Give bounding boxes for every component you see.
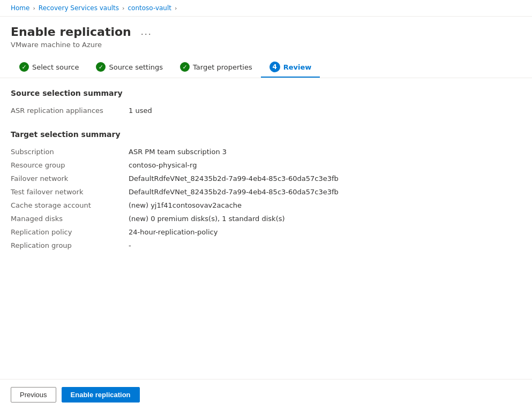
- row-value: -: [129, 239, 521, 252]
- row-value: contoso-physical-rg: [129, 158, 521, 172]
- table-row: Cache storage account(new) yj1f41contoso…: [11, 199, 521, 212]
- row-value: DefaultRdfeVNet_82435b2d-7a99-4eb4-85c3-…: [129, 172, 521, 185]
- breadcrumb-sep-1: ›: [33, 5, 35, 12]
- step-target-properties[interactable]: ✓ Target properties: [171, 58, 261, 77]
- page-title: Enable replication: [11, 25, 131, 39]
- source-summary-title: Source selection summary: [11, 89, 521, 97]
- previous-button[interactable]: Previous: [11, 387, 56, 403]
- step-check-2: ✓: [96, 62, 106, 72]
- table-row: Replication group-: [11, 239, 521, 252]
- row-label: Failover network: [11, 172, 129, 185]
- table-row: Replication policy24-hour-replication-po…: [11, 225, 521, 239]
- table-row: Resource groupcontoso-physical-rg: [11, 158, 521, 172]
- breadcrumb-vault[interactable]: contoso-vault: [128, 4, 171, 12]
- row-label: Replication group: [11, 239, 129, 252]
- step-source-settings[interactable]: ✓ Source settings: [87, 58, 171, 77]
- row-label: Test failover network: [11, 185, 129, 199]
- page-header: Enable replication ... VMware machine to…: [0, 17, 532, 49]
- breadcrumb-vaults[interactable]: Recovery Services vaults: [39, 4, 119, 12]
- step-num-4: 4: [269, 62, 280, 72]
- target-summary-table: SubscriptionASR PM team subscription 3Re…: [11, 145, 521, 252]
- row-label: Cache storage account: [11, 199, 129, 212]
- target-summary-title: Target selection summary: [11, 130, 521, 139]
- wizard-steps: ✓ Select source ✓ Source settings ✓ Targ…: [0, 49, 532, 78]
- row-value: 24-hour-replication-policy: [129, 225, 521, 239]
- breadcrumb: Home › Recovery Services vaults › contos…: [0, 0, 532, 17]
- row-value: ASR PM team subscription 3: [129, 145, 521, 158]
- enable-replication-button[interactable]: Enable replication: [62, 387, 140, 403]
- step-label-2: Source settings: [109, 63, 163, 71]
- row-value: (new) 0 premium disks(s), 1 standard dis…: [129, 212, 521, 225]
- page-subtitle: VMware machine to Azure: [11, 41, 521, 49]
- table-row: Managed disks(new) 0 premium disks(s), 1…: [11, 212, 521, 225]
- source-summary-table: ASR replication appliances1 used: [11, 104, 521, 117]
- step-check-1: ✓: [19, 62, 29, 72]
- step-select-source[interactable]: ✓ Select source: [11, 58, 87, 77]
- breadcrumb-sep-3: ›: [175, 5, 177, 12]
- step-label-4: Review: [283, 63, 312, 71]
- breadcrumb-home[interactable]: Home: [11, 4, 29, 12]
- step-label-3: Target properties: [193, 63, 252, 71]
- more-options-button[interactable]: ...: [138, 25, 155, 39]
- row-label: ASR replication appliances: [11, 104, 129, 117]
- row-label: Managed disks: [11, 212, 129, 225]
- table-row: ASR replication appliances1 used: [11, 104, 521, 117]
- row-label: Subscription: [11, 145, 129, 158]
- main-content: Source selection summary ASR replication…: [0, 78, 532, 379]
- step-label-1: Select source: [32, 63, 79, 71]
- step-review[interactable]: 4 Review: [261, 57, 320, 78]
- table-row: Test failover networkDefaultRdfeVNet_824…: [11, 185, 521, 199]
- row-label: Replication policy: [11, 225, 129, 239]
- footer: Previous Enable replication: [0, 379, 532, 410]
- table-row: SubscriptionASR PM team subscription 3: [11, 145, 521, 158]
- row-value: (new) yj1f41contosovav2acache: [129, 199, 521, 212]
- breadcrumb-sep-2: ›: [122, 5, 124, 12]
- row-label: Resource group: [11, 158, 129, 172]
- step-check-3: ✓: [180, 62, 190, 72]
- table-row: Failover networkDefaultRdfeVNet_82435b2d…: [11, 172, 521, 185]
- row-value: 1 used: [129, 104, 521, 117]
- row-value: DefaultRdfeVNet_82435b2d-7a99-4eb4-85c3-…: [129, 185, 521, 199]
